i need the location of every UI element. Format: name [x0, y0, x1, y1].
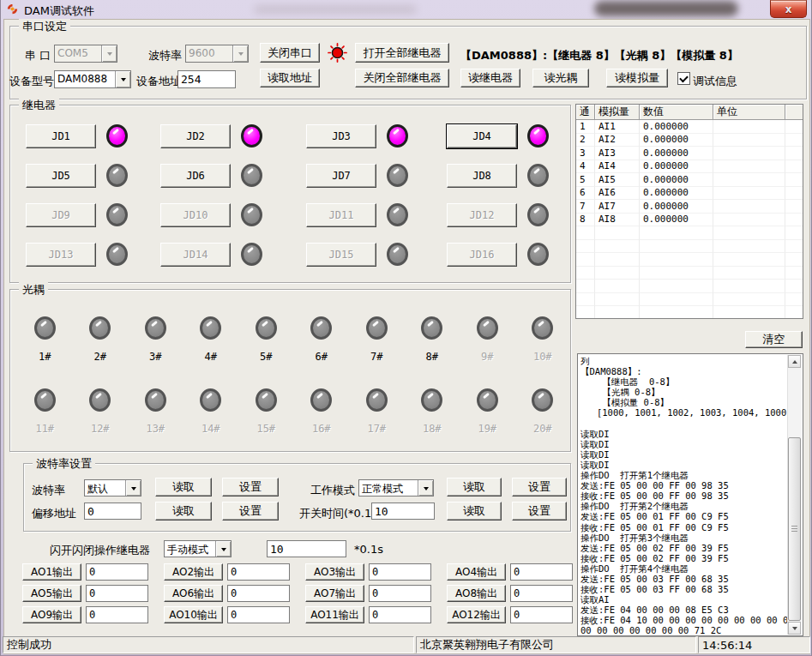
switch-time-input[interactable]	[371, 503, 435, 520]
ao-output-input-1[interactable]	[86, 563, 148, 581]
ao-output-button-5[interactable]: AO5输出	[22, 585, 81, 602]
scrollbar-thumb[interactable]	[788, 437, 801, 621]
baud-combo-value: 9600	[186, 45, 232, 62]
debug-info-checkbox[interactable]	[677, 72, 690, 85]
offset-address-input[interactable]	[84, 503, 141, 520]
device-address-input[interactable]	[177, 70, 236, 88]
ao-output-input-6[interactable]	[227, 585, 290, 602]
scroll-down-icon[interactable]	[788, 622, 801, 635]
baud-combo[interactable]: 9600	[185, 45, 249, 63]
ao-output-input-9[interactable]	[86, 606, 148, 623]
chevron-down-icon[interactable]	[232, 45, 248, 62]
set-offset-button[interactable]: 设置	[222, 502, 279, 521]
column-header[interactable]: 通	[576, 105, 595, 120]
chevron-down-icon[interactable]	[115, 71, 130, 87]
relay-button-jd3[interactable]: JD3	[306, 124, 376, 148]
close-button[interactable]: x	[770, 0, 807, 18]
ao-output-input-12[interactable]	[510, 606, 573, 623]
read-opto-button[interactable]: 读光耦	[532, 69, 589, 87]
opto-label: 3#	[149, 351, 161, 363]
chevron-down-icon[interactable]	[125, 480, 141, 496]
ao-output-input-5[interactable]	[86, 585, 148, 602]
log-scrollbar[interactable]	[787, 355, 802, 635]
log-text: 列 【DAM0888】: 【继电器 0-8】 【光耦 0-8】 【模拟量 0-8…	[580, 356, 787, 634]
ao-output-input-2[interactable]	[227, 563, 290, 581]
ao-output-button-1[interactable]: AO1输出	[22, 563, 81, 581]
port-combo[interactable]: COM5	[54, 45, 117, 63]
read-baudrate-button[interactable]: 读取	[155, 478, 212, 497]
close-serial-button[interactable]: 关闭串口	[260, 43, 320, 63]
relay-button-jd13[interactable]: JD13	[26, 243, 96, 267]
read-offset-button[interactable]: 读取	[155, 502, 212, 521]
relay-button-jd6[interactable]: JD6	[160, 164, 231, 188]
chevron-down-icon[interactable]	[215, 541, 231, 557]
table-cell-value: 0.000000	[640, 214, 713, 227]
relay-button-jd14[interactable]: JD14	[160, 243, 231, 267]
ao-output-button-11[interactable]: AO11输出	[305, 606, 364, 623]
relay-button-jd10[interactable]: JD10	[160, 203, 231, 227]
read-relay-button[interactable]: 读继电器	[460, 69, 520, 87]
relay-button-jd8[interactable]: JD8	[447, 164, 517, 188]
relay-button-jd7[interactable]: JD7	[306, 164, 376, 188]
set-baudrate-button[interactable]: 设置	[222, 478, 279, 497]
relay-button-jd15[interactable]: JD15	[306, 243, 376, 267]
device-info-text: 【DAM0888】:【继电器 8】【光耦 8】【模拟量 8】	[460, 48, 738, 63]
opto-led-off	[89, 316, 111, 340]
set-work-mode-button[interactable]: 设置	[512, 478, 567, 497]
opto-led-off	[421, 316, 442, 340]
clear-log-button[interactable]: 清空	[745, 331, 803, 348]
relay-cell: JD3	[306, 124, 447, 164]
relay-button-jd16[interactable]: JD16	[447, 243, 517, 267]
flash-time-unit-label: *0.1s	[354, 543, 383, 556]
ao-output-input-10[interactable]	[227, 606, 290, 623]
ao-output-button-10[interactable]: AO10输出	[164, 606, 223, 623]
opto-label: 2#	[94, 351, 106, 363]
read-analog-button[interactable]: 读模拟量	[606, 69, 668, 87]
chevron-down-icon[interactable]	[418, 480, 433, 496]
log-panel[interactable]: 列 【DAM0888】: 【继电器 0-8】 【光耦 0-8】 【模拟量 0-8…	[577, 353, 803, 636]
read-address-button[interactable]: 读取地址	[260, 69, 320, 87]
table-row-empty	[576, 240, 803, 254]
close-all-relays-button[interactable]: 关闭全部继电器	[355, 69, 449, 87]
scroll-up-icon[interactable]	[788, 355, 801, 368]
ao-output-button-7[interactable]: AO7输出	[305, 585, 364, 602]
chevron-down-icon[interactable]	[101, 45, 117, 62]
device-model-value: DAM0888	[55, 71, 115, 87]
relay-button-jd2[interactable]: JD2	[160, 124, 231, 148]
ao-output-input-8[interactable]	[510, 585, 573, 602]
ao-output-button-8[interactable]: AO8输出	[447, 585, 506, 602]
read-switch-time-button[interactable]: 读取	[447, 502, 502, 521]
flash-mode-combo[interactable]: 手动模式	[164, 540, 232, 557]
flash-time-input[interactable]	[267, 540, 346, 557]
ao-output-input-11[interactable]	[369, 606, 431, 623]
relay-button-jd4[interactable]: JD4	[447, 124, 517, 148]
column-header[interactable]: 单位	[713, 105, 785, 120]
title-bar[interactable]: DAM调试软件 x	[1, 0, 811, 19]
ao-output-input-7[interactable]	[369, 585, 431, 602]
relay-button-jd11[interactable]: JD11	[306, 203, 376, 227]
column-header[interactable]: 模拟量	[595, 105, 640, 120]
ao-output-button-3[interactable]: AO3输出	[305, 563, 364, 581]
set-switch-time-button[interactable]: 设置	[512, 502, 567, 521]
table-cell-name: AI6	[595, 187, 640, 201]
ao-output-button-4[interactable]: AO4输出	[447, 563, 506, 581]
relay-button-jd12[interactable]: JD12	[447, 203, 517, 227]
column-header[interactable]: 数值	[640, 105, 713, 120]
relay-button-jd1[interactable]: JD1	[26, 124, 96, 148]
relay-button-jd5[interactable]: JD5	[26, 164, 96, 188]
device-model-combo[interactable]: DAM0888	[54, 70, 131, 88]
relay-button-jd9[interactable]: JD9	[26, 203, 96, 227]
analog-table[interactable]: 通 模拟量 数值 单位 1AI10.0000002AI20.0000003AI3…	[575, 104, 803, 319]
read-work-mode-button[interactable]: 读取	[447, 478, 502, 497]
ao-output-button-12[interactable]: AO12输出	[447, 606, 506, 623]
open-all-relays-button[interactable]: 打开全部继电器	[355, 43, 449, 63]
column-header[interactable]	[785, 105, 803, 120]
baudrate-combo[interactable]: 默认	[84, 479, 141, 497]
table-row-empty	[576, 306, 803, 319]
ao-output-button-6[interactable]: AO6输出	[164, 585, 223, 602]
ao-output-input-4[interactable]	[510, 563, 573, 581]
ao-output-input-3[interactable]	[369, 563, 431, 581]
work-mode-combo[interactable]: 正常模式	[358, 479, 434, 497]
ao-output-button-9[interactable]: AO9输出	[22, 606, 81, 623]
ao-output-button-2[interactable]: AO2输出	[164, 563, 223, 581]
